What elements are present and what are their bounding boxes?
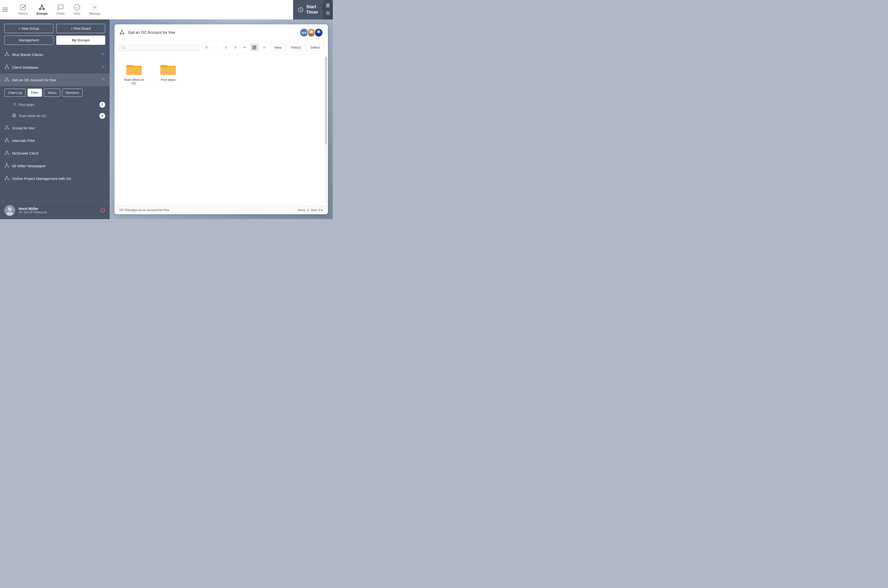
svg-point-62 [5, 166, 6, 167]
nav-item-manage[interactable]: Manage [85, 2, 105, 17]
folder-first-steps[interactable]: First steps [156, 62, 180, 82]
fm-items-count: Items: 2, Size: 0 b [298, 208, 323, 212]
svg-line-4 [40, 6, 42, 8]
timer-list-icon[interactable] [326, 3, 331, 9]
more-options-button[interactable]: ⋮ [212, 44, 221, 51]
group-item-mcdowell[interactable]: McDowell Client [0, 147, 110, 159]
svg-rect-44 [13, 116, 14, 117]
group-item-internals-fma[interactable]: Internals FMA [0, 134, 110, 147]
svg-point-58 [8, 154, 9, 154]
nav-items-container: ToDo's Groups Chats [14, 2, 105, 17]
folder-name-first-steps: First steps [161, 78, 176, 82]
folder-team-work[interactable]: Team Work on OC [122, 62, 146, 85]
sort-az-button[interactable]: AZ [260, 44, 269, 51]
user-name: Horst Müller [18, 207, 96, 211]
gear-icon-get-oc[interactable] [101, 77, 105, 82]
nav-item-infos[interactable]: Infos [69, 2, 85, 17]
group-item-mr-miller[interactable]: Mr Miller Newspaper [0, 159, 110, 172]
badge-first-steps: 7 [99, 102, 105, 108]
new-board-button[interactable]: + New Board [56, 24, 105, 33]
group-item-online-pm[interactable]: Online Project Management with OC [0, 172, 110, 185]
group-item-group-tour[interactable]: Group for tour [0, 122, 110, 134]
nav-item-todos[interactable]: ToDo's [14, 2, 32, 17]
gear-icon-blue-bands[interactable] [101, 52, 105, 57]
group-item-get-oc[interactable]: Get an OC Account for free [0, 74, 110, 86]
my-groups-button[interactable]: My Groups [56, 36, 105, 45]
fm-content: Team Work on OC First steps [114, 54, 328, 206]
sidebar: + New Group + New Board Management My Gr… [0, 20, 110, 219]
nav-item-groups[interactable]: Groups [32, 2, 52, 17]
fm-scrollbar[interactable] [325, 57, 327, 203]
start-timer-area: Start Timer [293, 0, 333, 20]
group-item-blue-bands[interactable]: Blue Bands Clients [0, 48, 110, 61]
svg-rect-92 [255, 48, 256, 49]
svg-point-46 [6, 125, 7, 126]
svg-line-5 [42, 6, 44, 8]
right-panel: Get an OC Account for free NA [110, 20, 333, 219]
sub-item-team-work[interactable]: Team Work on OC 2 [0, 110, 110, 122]
nav-item-chats[interactable]: Chats [52, 2, 69, 17]
svg-line-22 [7, 53, 8, 55]
search-input[interactable] [128, 46, 197, 50]
svg-line-69 [5, 177, 7, 179]
svg-rect-91 [252, 48, 254, 49]
hamburger-menu[interactable] [2, 5, 11, 14]
nav-back-button[interactable] [222, 44, 230, 51]
fm-header: Get an OC Account for free NA [114, 24, 328, 41]
tab-files[interactable]: Files [27, 88, 42, 97]
timer-menu-icon[interactable] [326, 11, 331, 16]
group-network-icon-2 [5, 64, 9, 70]
sub-item-first-steps[interactable]: First steps 7 [0, 99, 110, 110]
svg-text:AZ: AZ [263, 46, 266, 49]
tab-status[interactable]: Status [44, 88, 60, 97]
fm-toolbar: ✕ ⋮ [114, 41, 328, 54]
user-avatar [5, 205, 15, 216]
fm-path: OC Files/get-an-oc-account-for-free [119, 208, 169, 212]
new-group-button[interactable]: + New Group [5, 24, 53, 33]
list-icon [12, 102, 16, 107]
svg-line-65 [7, 164, 8, 166]
svg-point-82 [310, 30, 313, 33]
fm-search-bar[interactable] [119, 44, 200, 51]
avatar-photo2 [314, 28, 323, 37]
user-bar: Horst Müller OC Set UP Enterprise [0, 201, 110, 219]
svg-point-29 [102, 66, 104, 68]
svg-rect-89 [252, 46, 254, 47]
close-search-button[interactable]: ✕ [203, 44, 210, 51]
nav-forward-button[interactable] [231, 44, 239, 51]
svg-line-34 [7, 78, 8, 80]
timer-side-buttons [323, 0, 333, 20]
start-timer-button[interactable]: Start Timer [293, 0, 323, 20]
svg-point-35 [102, 79, 104, 80]
nav-up-button[interactable] [241, 44, 248, 51]
view-grid-button[interactable] [250, 44, 259, 51]
tab-chat-log[interactable]: Chat+Log [5, 88, 26, 97]
new-button[interactable]: New [270, 44, 285, 51]
search-icon [122, 45, 125, 50]
svg-point-72 [8, 207, 12, 211]
svg-rect-42 [13, 114, 14, 115]
svg-point-18 [6, 52, 7, 53]
gear-icon-client-db[interactable] [101, 64, 105, 70]
svg-rect-14 [326, 6, 330, 7]
svg-point-25 [5, 68, 6, 69]
svg-line-55 [7, 139, 8, 141]
svg-line-27 [5, 66, 7, 68]
tab-members[interactable]: Members [62, 88, 83, 97]
svg-point-48 [8, 128, 9, 129]
svg-rect-45 [14, 116, 16, 117]
sidebar-filter-buttons: Management My Groups [0, 36, 110, 48]
files-button[interactable]: File(s) [287, 44, 305, 51]
power-button[interactable] [100, 207, 105, 213]
group-item-client-db[interactable]: Client Database [0, 61, 110, 74]
svg-point-66 [6, 176, 7, 177]
top-navigation: ToDo's Groups Chats [0, 0, 333, 20]
select-button[interactable]: Select [306, 44, 324, 51]
group-network-icon-4 [5, 125, 9, 131]
fm-header-network-icon [119, 30, 125, 36]
main-area: + New Group + New Board Management My Gr… [0, 20, 333, 219]
management-button[interactable]: Management [5, 36, 53, 45]
group-network-icon-6 [5, 150, 9, 156]
svg-line-60 [7, 152, 8, 154]
grid-icon [12, 114, 16, 118]
